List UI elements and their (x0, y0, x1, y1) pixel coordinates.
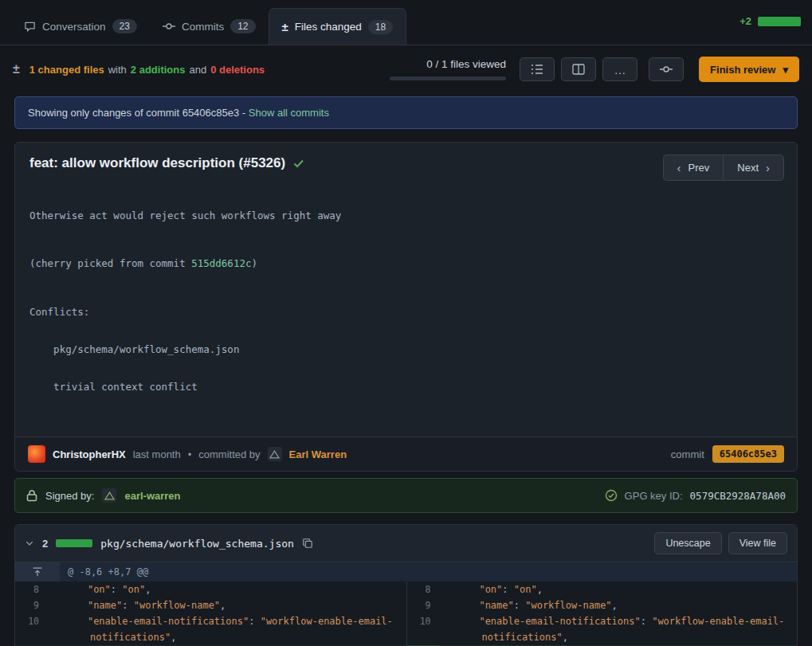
line-number: 10 (407, 613, 439, 645)
banner-text: Showing only changes of commit 65406c85e… (28, 107, 245, 119)
diff-icon: ± (13, 62, 20, 76)
dot-separator: • (188, 448, 192, 460)
commit-icon (163, 20, 175, 33)
hunk-header: @ -8,6 +8,7 @@ (15, 562, 797, 581)
pr-tab-bar: Conversation 23 Commits 12 ± Files chang… (0, 0, 812, 45)
deletions-text: 0 deletions (210, 64, 265, 76)
verified-icon (605, 489, 618, 502)
diff-marker (439, 613, 450, 645)
file-additions-count: 2 (42, 538, 48, 550)
ellipsis-icon: … (614, 63, 626, 76)
commit-panel: feat: allow workflow description (#5326)… (14, 142, 798, 472)
tab-commits[interactable]: Commits 12 (150, 8, 269, 45)
diff-icon: ± (282, 20, 288, 33)
diff-marker (47, 581, 58, 597)
commit-options-button[interactable] (649, 57, 684, 81)
additions-stat-bar (758, 17, 801, 26)
code-line: "enable-email-notifications": "workflow-… (58, 613, 406, 645)
finish-review-label: Finish review (710, 64, 775, 76)
signer-link[interactable]: earl-warren (124, 490, 180, 502)
diff-line[interactable]: 8 "on": "on", (407, 581, 798, 597)
file-diff-panel: 2 pkg/schema/workflow_schema.json Unesca… (14, 524, 798, 646)
diff-marker (47, 613, 58, 645)
count-badge: 12 (230, 19, 255, 33)
committer-avatar[interactable] (268, 447, 282, 461)
prev-label: Prev (688, 162, 710, 174)
committed-by-text: committed by (198, 448, 260, 460)
files-viewed-progress (390, 76, 506, 80)
gpg-key-label: GPG key ID: (625, 490, 683, 502)
commit-message-line: pkg/schema/workflow_schema.json (29, 343, 783, 356)
count-badge: 18 (368, 20, 393, 34)
diff-line[interactable]: 9 "name": "workflow-name", (407, 597, 798, 613)
toolbar-text: with (108, 64, 127, 76)
text: ) (251, 257, 257, 269)
committer-link[interactable]: Earl Warren (289, 448, 347, 460)
tab-files-changed[interactable]: ± Files changed 18 (269, 8, 407, 45)
chevron-left-icon: ‹ (677, 161, 681, 174)
commit-hash-badge[interactable]: 65406c85e3 (712, 445, 784, 463)
next-commit-button[interactable]: Next › (723, 155, 784, 181)
file-header: 2 pkg/schema/workflow_schema.json Unesca… (15, 525, 797, 562)
files-viewed-label: 0 / 1 files viewed (426, 58, 506, 70)
tab-label: Commits (182, 21, 224, 33)
hunk-range: @ -8,6 +8,7 @@ (60, 562, 797, 581)
diff-new-side: 8 "on": "on",9 "name": "workflow-name",1… (406, 581, 798, 646)
gpg-key-id: 0579CB2928A78A00 (690, 490, 786, 502)
diff-stats: +2 (739, 15, 801, 27)
text: (cherry picked from commit (29, 257, 191, 269)
diff-toolbar: ± 1 changed files with 2 additions and 0… (0, 45, 812, 88)
code-line: "name": "workflow-name", (58, 597, 406, 613)
file-tree-toggle-button[interactable] (520, 57, 555, 81)
line-number: 9 (407, 597, 439, 613)
diff-line[interactable]: 8 "on": "on", (15, 581, 406, 597)
signed-by-label: Signed by: (45, 490, 94, 502)
diff-view-mode-button[interactable] (561, 57, 596, 81)
commit-message-line: Conflicts: (29, 305, 783, 319)
diff-line[interactable]: 9 "name": "workflow-name", (15, 597, 406, 613)
collapse-file-button[interactable] (25, 538, 34, 548)
line-number: 8 (407, 581, 439, 597)
show-all-commits-link[interactable]: Show all commits (249, 107, 329, 119)
tab-conversation[interactable]: Conversation 23 (11, 8, 150, 45)
view-file-button[interactable]: View file (728, 532, 787, 554)
expand-hunk-button[interactable] (15, 562, 60, 581)
signer-avatar[interactable] (102, 488, 116, 503)
copy-path-icon[interactable] (302, 538, 313, 549)
prev-commit-button[interactable]: ‹ Prev (663, 155, 724, 181)
diff-marker (47, 597, 58, 613)
files-viewed: 0 / 1 files viewed (390, 58, 506, 80)
additions-count: +2 (739, 15, 751, 27)
diff-line[interactable]: 10 "enable-email-notifications": "workfl… (15, 613, 406, 645)
diff-line[interactable]: 10 "enable-email-notifications": "workfl… (407, 613, 798, 645)
finish-review-button[interactable]: Finish review ▾ (699, 57, 799, 82)
commit-title: feat: allow workflow description (#5326) (29, 155, 285, 171)
cherry-pick-commit-link[interactable]: 515dd6612c (191, 257, 251, 269)
gpg-signature-bar: Signed by: earl-warren GPG key ID: 0579C… (14, 478, 798, 513)
lock-icon (26, 489, 37, 502)
split-diff: 8 "on": "on",9 "name": "workflow-name",1… (15, 581, 797, 646)
tab-label: Conversation (42, 21, 106, 33)
file-tree-icon (531, 64, 543, 75)
unescape-button[interactable]: Unescape (654, 532, 721, 554)
author-avatar[interactable] (28, 445, 45, 463)
file-diff-stat-bar (56, 539, 92, 547)
chevron-right-icon: › (766, 161, 770, 174)
split-view-icon (572, 64, 585, 75)
commit-icon (660, 63, 673, 76)
diff-marker (439, 581, 450, 597)
author-link[interactable]: ChristopherHX (53, 448, 126, 460)
diff-old-side: 8 "on": "on",9 "name": "workflow-name",1… (15, 581, 406, 646)
changed-files-link[interactable]: 1 changed files (29, 64, 104, 76)
commit-message-line: trivial context conflict (29, 380, 783, 393)
line-number: 8 (15, 581, 47, 597)
count-badge: 23 (112, 19, 137, 33)
commit-label: commit (671, 448, 704, 460)
more-options-button[interactable]: … (602, 57, 637, 81)
file-name-link[interactable]: pkg/schema/workflow_schema.json (100, 538, 294, 550)
line-number: 10 (15, 613, 47, 645)
commit-message-line: Otherwise act would reject such workflow… (29, 209, 783, 221)
code-line: "on": "on", (450, 581, 798, 597)
commit-author-bar: ChristopherHX last month • committed by … (15, 437, 797, 471)
toolbar-text: and (189, 64, 206, 76)
